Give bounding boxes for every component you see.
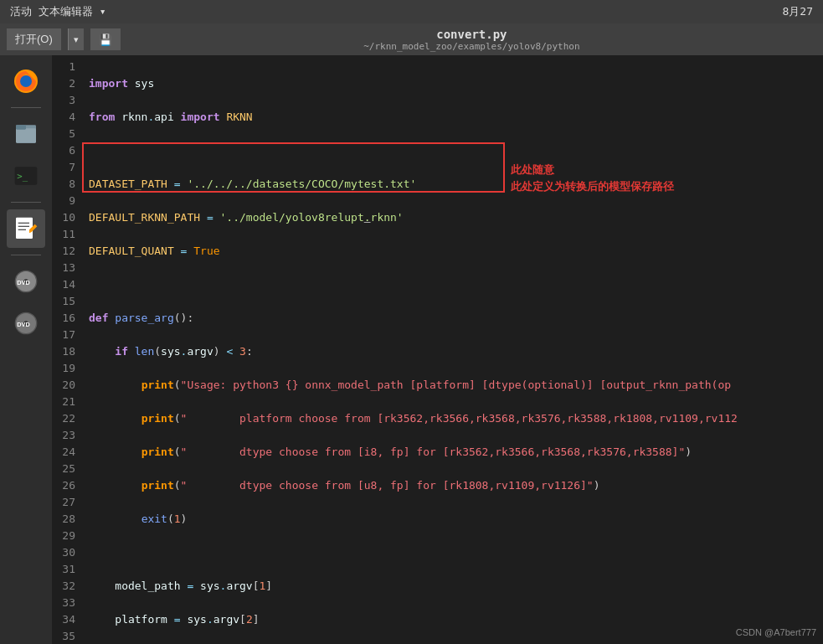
code-line-6: DEFAULT_QUANT = True [82, 243, 823, 260]
svg-text:DVD: DVD [17, 279, 29, 286]
code-line-9: if len(sys.argv) < 3: [82, 343, 823, 360]
code-line-17: platform = sys.argv[2] [82, 611, 823, 628]
code-line-8: def parse_arg(): [82, 310, 823, 327]
line-numbers: 1 2 3 4 5 6 7 8 9 10 11 12 13 14 15 16 1… [52, 55, 82, 644]
app-titlebar: 打开(O) ▾ 💾 convert.py ~/rknn_model_zoo/ex… [0, 23, 823, 55]
sidebar-divider-2 [11, 202, 41, 203]
save-button[interactable]: 💾 [90, 28, 121, 50]
sidebar-divider-1 [11, 107, 41, 108]
code-line-2: from rknn.api import RKNN [82, 109, 823, 126]
code-line-15 [82, 544, 823, 561]
sidebar-icon-terminal[interactable]: >_ [7, 157, 45, 195]
main-layout: >_ DVD [0, 55, 823, 644]
sidebar-icon-texteditor[interactable] [7, 209, 45, 248]
sidebar-icon-firefox[interactable] [7, 62, 45, 100]
open-dropdown-button[interactable]: ▾ [68, 28, 84, 50]
svg-rect-7 [16, 218, 33, 239]
sidebar: >_ DVD [0, 55, 52, 644]
editor-area: 1 2 3 4 5 6 7 8 9 10 11 12 13 14 15 16 1… [52, 55, 823, 644]
filepath-label: ~/rknn_model_zoo/examples/yolov8/python [127, 41, 816, 52]
code-line-16: model_path = sys.argv[1] [82, 578, 823, 595]
titlebar-center: convert.py ~/rknn_model_zoo/examples/yol… [127, 28, 816, 52]
code-line-3 [82, 142, 823, 159]
code-line-10: print("Usage: python3 {} onnx_model_path… [82, 377, 823, 394]
code-content[interactable]: import sys from rknn.api import RKNN DAT… [82, 55, 823, 644]
code-line-11: print(" platform choose from [rk3562,rk3… [82, 410, 823, 427]
svg-point-1 [20, 75, 32, 87]
sidebar-divider-3 [11, 255, 41, 255]
filename-label: convert.py [127, 28, 816, 41]
sidebar-icon-files[interactable] [7, 115, 45, 153]
svg-text:>_: >_ [17, 171, 28, 182]
code-line-7 [82, 276, 823, 293]
date-label: 8月27 [783, 4, 813, 19]
system-bar-left: 活动 文本编辑器 ▾ [10, 4, 106, 19]
activities-label[interactable]: 活动 [10, 4, 32, 19]
app-name: 文本编辑器 ▾ [39, 4, 106, 19]
svg-rect-4 [16, 125, 26, 129]
code-line-1: import sys [82, 75, 823, 92]
system-bar: 活动 文本编辑器 ▾ 8月27 [0, 0, 823, 23]
code-line-5: DEFAULT_RKNN_PATH = '../model/yolov8relu… [82, 209, 823, 226]
code-line-13: print(" dtype choose from [u8, fp] for [… [82, 477, 823, 494]
watermark: CSDN @A7bert777 [736, 627, 816, 637]
code-line-12: print(" dtype choose from [i8, fp] for [… [82, 444, 823, 461]
code-line-14: exit(1) [82, 511, 823, 528]
open-button[interactable]: 打开(O) [7, 28, 61, 50]
svg-text:DVD: DVD [17, 321, 29, 328]
svg-rect-3 [16, 128, 36, 142]
sidebar-icon-dvd2[interactable]: DVD [7, 304, 45, 343]
sidebar-icon-dvd1[interactable]: DVD [7, 262, 45, 301]
code-line-4: DATASET_PATH = '../../../datasets/COCO/m… [82, 176, 823, 193]
code-container[interactable]: 1 2 3 4 5 6 7 8 9 10 11 12 13 14 15 16 1… [52, 55, 823, 644]
